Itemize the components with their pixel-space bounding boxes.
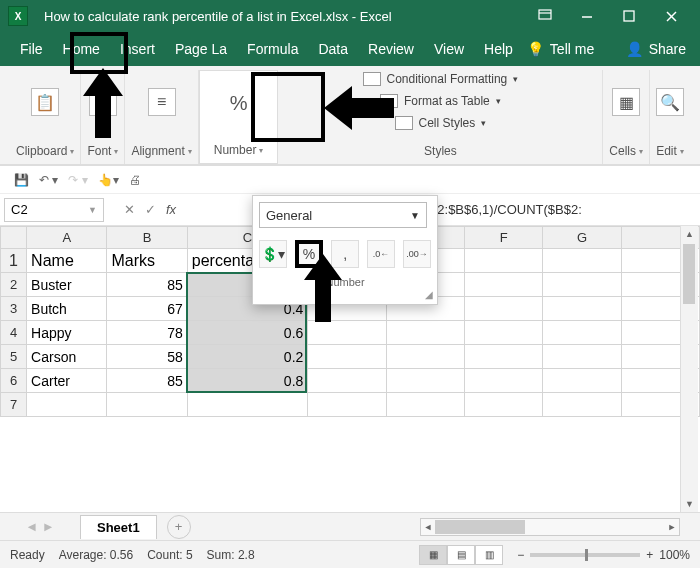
vertical-scrollbar[interactable]: ▲ ▼ bbox=[680, 226, 698, 512]
font-icon[interactable]: A bbox=[89, 88, 117, 116]
row-header[interactable]: 4 bbox=[1, 321, 27, 345]
paste-icon[interactable]: 📋 bbox=[31, 88, 59, 116]
cell[interactable] bbox=[308, 369, 386, 393]
conditional-formatting[interactable]: Conditional Formatting ▾ bbox=[363, 72, 519, 86]
comma-style-button[interactable]: , bbox=[331, 240, 359, 268]
tab-formulas[interactable]: Formula bbox=[237, 35, 308, 63]
cell[interactable]: 58 bbox=[107, 345, 187, 369]
close-button[interactable] bbox=[650, 0, 692, 32]
cell[interactable] bbox=[543, 321, 621, 345]
horizontal-scrollbar[interactable]: ◄ ► bbox=[420, 518, 680, 536]
row-header[interactable]: 6 bbox=[1, 369, 27, 393]
decrease-decimal-button[interactable]: .00→ bbox=[403, 240, 431, 268]
tab-home[interactable]: Home bbox=[53, 35, 110, 63]
maximize-button[interactable] bbox=[608, 0, 650, 32]
touch-mode-icon[interactable]: 👆▾ bbox=[98, 173, 119, 187]
cell[interactable] bbox=[107, 393, 187, 417]
cell[interactable] bbox=[187, 393, 308, 417]
cell[interactable] bbox=[464, 273, 542, 297]
zoom-in-button[interactable]: + bbox=[646, 548, 653, 562]
redo-icon[interactable]: ↷ ▾ bbox=[68, 173, 87, 187]
tab-file[interactable]: File bbox=[10, 35, 53, 63]
insert-function-icon[interactable]: fx bbox=[166, 202, 176, 217]
page-layout-view-button[interactable]: ▤ bbox=[447, 545, 475, 565]
zoom-slider[interactable] bbox=[530, 553, 640, 557]
save-icon[interactable]: 💾 bbox=[14, 173, 29, 187]
cell[interactable] bbox=[464, 369, 542, 393]
print-icon[interactable]: 🖨 bbox=[129, 173, 141, 187]
name-box[interactable]: C2 ▼ bbox=[4, 198, 104, 222]
tab-review[interactable]: Review bbox=[358, 35, 424, 63]
tab-data[interactable]: Data bbox=[308, 35, 358, 63]
sheet-nav[interactable]: ◄ ► bbox=[0, 519, 80, 534]
scroll-right-icon[interactable]: ► bbox=[665, 519, 679, 535]
dialog-launcher-icon[interactable]: ◢ bbox=[425, 289, 433, 300]
cell[interactable]: Name bbox=[27, 249, 107, 273]
cell[interactable]: Carson bbox=[27, 345, 107, 369]
cell[interactable]: Buster bbox=[27, 273, 107, 297]
row-header[interactable]: 7 bbox=[1, 393, 27, 417]
percent-icon[interactable]: % bbox=[225, 89, 253, 117]
col-header-f[interactable]: F bbox=[464, 227, 542, 249]
cell[interactable] bbox=[543, 249, 621, 273]
select-all-corner[interactable] bbox=[1, 227, 27, 249]
cell[interactable] bbox=[386, 345, 464, 369]
cell[interactable] bbox=[464, 321, 542, 345]
cell[interactable] bbox=[308, 321, 386, 345]
cell[interactable]: 0.8 bbox=[187, 369, 308, 393]
cell[interactable]: Happy bbox=[27, 321, 107, 345]
cell[interactable]: 78 bbox=[107, 321, 187, 345]
tab-insert[interactable]: Insert bbox=[110, 35, 165, 63]
cell[interactable] bbox=[543, 297, 621, 321]
number-format-select[interactable]: General ▼ bbox=[259, 202, 427, 228]
cell[interactable] bbox=[27, 393, 107, 417]
col-header-a[interactable]: A bbox=[27, 227, 107, 249]
chevron-down-icon[interactable]: ▼ bbox=[88, 205, 97, 215]
cell[interactable] bbox=[308, 393, 386, 417]
tab-page-layout[interactable]: Page La bbox=[165, 35, 237, 63]
scroll-left-icon[interactable]: ◄ bbox=[421, 519, 435, 535]
alignment-icon[interactable]: ≡ bbox=[148, 88, 176, 116]
cell[interactable] bbox=[464, 345, 542, 369]
cell[interactable]: Butch bbox=[27, 297, 107, 321]
group-number[interactable]: % Number▾ bbox=[199, 70, 279, 164]
cell[interactable]: 67 bbox=[107, 297, 187, 321]
cell[interactable] bbox=[386, 321, 464, 345]
normal-view-button[interactable]: ▦ bbox=[419, 545, 447, 565]
cell[interactable] bbox=[464, 393, 542, 417]
row-header[interactable]: 1 bbox=[1, 249, 27, 273]
tab-help[interactable]: Help bbox=[474, 35, 523, 63]
add-sheet-button[interactable]: + bbox=[167, 515, 191, 539]
scroll-down-icon[interactable]: ▼ bbox=[681, 496, 698, 512]
cancel-formula-icon[interactable]: ✕ bbox=[124, 202, 135, 217]
increase-decimal-button[interactable]: .0← bbox=[367, 240, 395, 268]
cell[interactable] bbox=[543, 369, 621, 393]
cell[interactable] bbox=[464, 249, 542, 273]
share-button[interactable]: 👤Share bbox=[626, 41, 686, 57]
row-header[interactable]: 5 bbox=[1, 345, 27, 369]
cell[interactable] bbox=[464, 297, 542, 321]
tab-view[interactable]: View bbox=[424, 35, 474, 63]
minimize-button[interactable] bbox=[566, 0, 608, 32]
cell[interactable] bbox=[386, 393, 464, 417]
cell[interactable] bbox=[386, 369, 464, 393]
format-as-table[interactable]: Format as Table ▾ bbox=[380, 94, 501, 108]
cell-styles[interactable]: Cell Styles ▾ bbox=[395, 116, 487, 130]
cell[interactable]: 0.2 bbox=[187, 345, 308, 369]
col-header-b[interactable]: B bbox=[107, 227, 187, 249]
sheet-tab[interactable]: Sheet1 bbox=[80, 515, 157, 539]
page-break-view-button[interactable]: ▥ bbox=[475, 545, 503, 565]
percent-style-button[interactable]: % bbox=[295, 240, 323, 268]
undo-icon[interactable]: ↶ ▾ bbox=[39, 173, 58, 187]
cell[interactable]: 85 bbox=[107, 369, 187, 393]
ribbon-display-options[interactable] bbox=[524, 0, 566, 32]
cells-icon[interactable]: ▦ bbox=[612, 88, 640, 116]
cell[interactable] bbox=[543, 345, 621, 369]
enter-formula-icon[interactable]: ✓ bbox=[145, 202, 156, 217]
row-header[interactable]: 2 bbox=[1, 273, 27, 297]
row-header[interactable]: 3 bbox=[1, 297, 27, 321]
zoom-controls[interactable]: − + 100% bbox=[517, 548, 690, 562]
cell[interactable] bbox=[308, 345, 386, 369]
find-icon[interactable]: 🔍 bbox=[656, 88, 684, 116]
scroll-thumb[interactable] bbox=[435, 520, 525, 534]
